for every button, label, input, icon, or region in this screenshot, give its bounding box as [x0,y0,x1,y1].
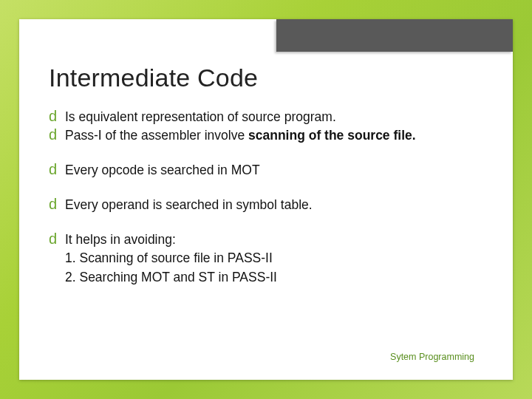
bullet-icon: d [49,162,57,177]
bullet-icon: d [49,197,57,211]
slide-content: d Is equivalent representation of source… [49,109,483,286]
bullet-icon: d [49,231,57,246]
bullet-4: d Every operand is searched in symbol ta… [49,197,483,214]
sub-line-2: 2. Searching MOT and ST in PASS-II [49,269,483,286]
spacer [49,180,483,195]
bullet-2-bold: scanning of the source file. [248,128,416,143]
bullet-1-text-b: equivalent representation of source prog… [75,109,336,124]
slide-title: Intermediate Code [49,64,483,92]
bullet-2: d Pass-I of the assembler involve scanni… [49,127,483,144]
bullet-4-text-a: Every [65,197,98,212]
bullet-1-text-a: Is [65,109,75,124]
sub-line-1: 1. Scanning of source file in PASS-II [49,250,483,267]
bullet-5: d It helps in avoiding: [49,231,483,248]
bullet-3-text-b: opcode is searched in MOT [98,163,260,177]
bullet-3: d Every opcode is searched in MOT [49,162,483,179]
bullet-3-text-a: Every [65,163,98,177]
bullet-5-text-b: helps in avoiding: [72,232,176,247]
spacer [49,146,483,160]
bullet-5-text-a: It [65,232,72,247]
corner-accent [276,19,513,52]
spacer [49,215,483,230]
slide-card: Intermediate Code d Is equivalent repres… [19,19,513,380]
bullet-4-text-b: operand is searched in symbol table. [98,197,313,212]
bullet-1: d Is equivalent representation of source… [49,109,483,126]
bullet-icon: d [49,127,57,142]
bullet-2-text-b: of the assembler involve [102,128,248,143]
footer-text: Sytem Programming [390,352,474,362]
bullet-2-text-a: Pass-I [65,128,102,143]
bullet-icon: d [49,109,57,123]
